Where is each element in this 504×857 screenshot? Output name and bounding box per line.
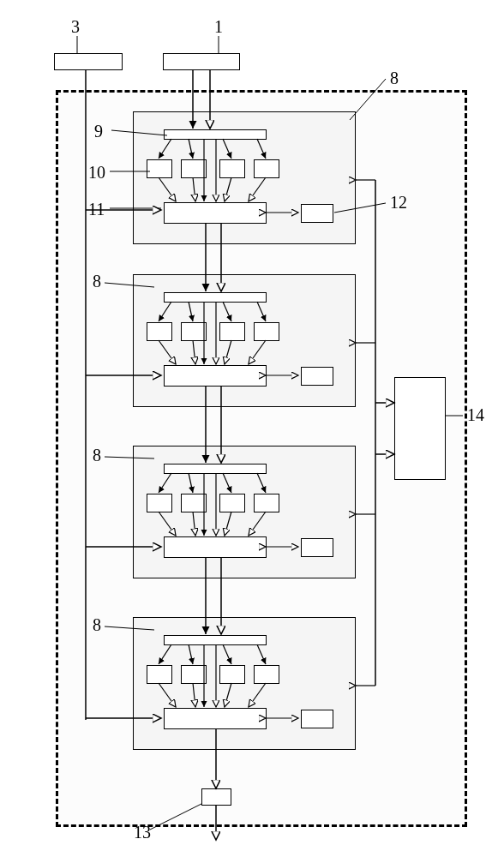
g3-collector — [164, 536, 267, 558]
g3-distributor — [164, 464, 267, 474]
block-13 — [201, 788, 231, 806]
g2-small-2 — [181, 322, 207, 341]
g4-small-4 — [254, 665, 279, 684]
g4-small-2 — [181, 665, 207, 684]
label-8b: 8 — [93, 272, 101, 291]
g4-distributor — [164, 635, 267, 645]
label-10: 10 — [88, 163, 105, 183]
block-1-box — [163, 53, 240, 70]
label-1: 1 — [214, 17, 223, 37]
g2-distributor — [164, 292, 267, 303]
label-13: 13 — [134, 823, 151, 842]
g2-collector — [164, 365, 267, 387]
label-14: 14 — [467, 405, 484, 425]
label-8a: 8 — [390, 69, 399, 88]
g3-small-2 — [181, 494, 207, 512]
g1-small-4 — [254, 159, 279, 178]
g3-side — [301, 538, 333, 557]
g4-small-3 — [219, 665, 245, 684]
group-box-3 — [133, 446, 356, 578]
group-box-1 — [133, 111, 356, 244]
label-8d: 8 — [93, 615, 101, 635]
label-3: 3 — [71, 17, 80, 37]
g3-small-1 — [147, 494, 172, 512]
g1-small-3 — [219, 159, 245, 178]
label-11: 11 — [88, 200, 105, 219]
g2-small-3 — [219, 322, 245, 341]
label-8c: 8 — [93, 446, 101, 465]
label-12: 12 — [390, 193, 407, 213]
g2-small-4 — [254, 322, 279, 341]
g1-small-1 — [147, 159, 172, 178]
g1-small-2 — [181, 159, 207, 178]
g4-side — [301, 710, 333, 728]
label-9: 9 — [94, 122, 103, 141]
g3-small-4 — [254, 494, 279, 512]
g4-collector — [164, 708, 267, 729]
g2-small-1 — [147, 322, 172, 341]
g3-small-3 — [219, 494, 245, 512]
group-box-4 — [133, 617, 356, 750]
g4-small-1 — [147, 665, 172, 684]
group-box-2 — [133, 274, 356, 407]
g1-distributor — [164, 129, 267, 140]
block-3-box — [54, 53, 123, 70]
g2-side — [301, 367, 333, 386]
g1-collector — [164, 202, 267, 224]
block-14 — [394, 377, 446, 480]
g1-side — [301, 204, 333, 223]
